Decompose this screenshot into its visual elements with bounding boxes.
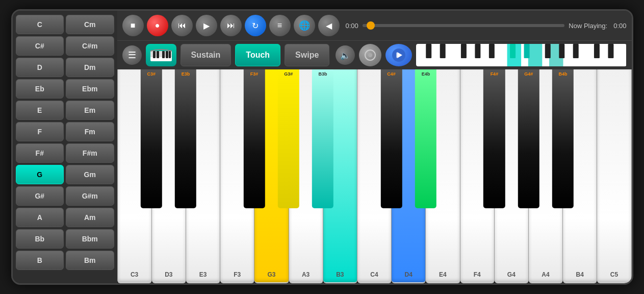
chord-row-Bb: BbBbm bbox=[16, 229, 114, 249]
controls-row: ■ ● ⏮ ▶ ⏭ ↻ ≡ 🌐 ◀ 0:00 Now Playing: 0:00 bbox=[117, 11, 632, 40]
chord-btn-D[interactable]: D bbox=[16, 58, 64, 77]
svg-rect-16 bbox=[426, 44, 432, 58]
key-Bb3[interactable]: B3b bbox=[312, 69, 333, 208]
svg-rect-14 bbox=[528, 44, 542, 66]
chord-row-G: GGm bbox=[16, 165, 114, 184]
chord-btn-Cm[interactable]: Cm bbox=[66, 15, 114, 34]
svg-rect-5 bbox=[166, 51, 168, 58]
playlist-button[interactable]: ≡ bbox=[269, 15, 291, 36]
svg-rect-18 bbox=[461, 44, 467, 58]
chord-btn-Fs[interactable]: F# bbox=[16, 143, 64, 163]
svg-rect-22 bbox=[524, 44, 530, 58]
chord-row-Eb: EbEbm bbox=[16, 79, 114, 99]
key-Eb3[interactable]: E3b bbox=[175, 69, 196, 208]
svg-rect-24 bbox=[559, 44, 565, 58]
svg-rect-21 bbox=[510, 44, 516, 58]
svg-rect-6 bbox=[169, 51, 171, 58]
key-Fs4[interactable]: F4# bbox=[483, 69, 505, 208]
chord-panel: CCmC#C#mDDmEbEbmEEmFFmF#F#mGGmG#G#mAAmBb… bbox=[13, 11, 117, 283]
chord-row-Cs: C#C#m bbox=[16, 36, 114, 56]
stop-button[interactable]: ■ bbox=[122, 15, 144, 36]
key-Cs4[interactable]: C4# bbox=[380, 69, 402, 208]
key-Bb4[interactable]: B4b bbox=[552, 69, 574, 208]
chord-btn-Gs[interactable]: G# bbox=[16, 186, 64, 206]
chord-btn-Gm[interactable]: Gm bbox=[66, 165, 114, 184]
play-button[interactable]: ▶ bbox=[196, 15, 217, 36]
menu-button[interactable]: ☰ bbox=[122, 45, 142, 65]
svg-rect-26 bbox=[594, 44, 600, 58]
chord-btn-Bm[interactable]: Bm bbox=[66, 251, 114, 270]
chord-btn-B[interactable]: B bbox=[16, 251, 64, 270]
svg-rect-20 bbox=[489, 44, 495, 58]
start-time: 0:00 bbox=[346, 22, 358, 30]
svg-point-8 bbox=[368, 53, 372, 57]
key-Gs4[interactable]: G4# bbox=[518, 69, 539, 208]
rewind-button[interactable]: ⏮ bbox=[171, 15, 193, 36]
chord-row-F: FFm bbox=[16, 122, 114, 141]
chord-btn-Em[interactable]: Em bbox=[66, 101, 114, 120]
chord-btn-E[interactable]: E bbox=[16, 101, 64, 120]
now-playing-label: Now Playing: bbox=[569, 22, 607, 30]
chord-btn-Cs[interactable]: C# bbox=[16, 36, 64, 56]
volume-button[interactable]: 🔈 bbox=[336, 45, 355, 65]
chord-btn-A[interactable]: A bbox=[16, 208, 64, 227]
chord-row-E: EEm bbox=[16, 101, 114, 120]
chord-row-B: BBm bbox=[16, 251, 114, 270]
progress-thumb bbox=[367, 21, 375, 30]
back-button[interactable]: ◀ bbox=[318, 15, 340, 36]
chord-btn-Am[interactable]: Am bbox=[66, 208, 114, 227]
sustain-tab[interactable]: Sustain bbox=[181, 44, 231, 66]
mode-row: ☰ Sustain Touch bbox=[117, 40, 632, 69]
swipe-tab[interactable]: Swipe bbox=[285, 44, 329, 66]
key-Gs3[interactable]: G3# bbox=[278, 69, 299, 208]
key-Cs3[interactable]: C3# bbox=[141, 69, 162, 208]
chord-row-A: AAm bbox=[16, 208, 114, 227]
chord-row-C: CCm bbox=[16, 15, 114, 34]
playback-area: 0:00 Now Playing: 0:00 bbox=[346, 22, 627, 30]
forward-button[interactable]: ⏭ bbox=[220, 15, 242, 36]
chord-row-Gs: G#G#m bbox=[16, 186, 114, 206]
chord-btn-Eb[interactable]: Eb bbox=[16, 79, 64, 99]
svg-rect-27 bbox=[608, 44, 614, 58]
app-container: CCmC#C#mDDmEbEbmEEmFFmF#F#mGGmG#G#mAAmBb… bbox=[11, 9, 633, 285]
key-Fs3[interactable]: F3# bbox=[243, 69, 265, 208]
settings-button[interactable] bbox=[359, 44, 381, 66]
main-panel: ■ ● ⏮ ▶ ⏭ ↻ ≡ 🌐 ◀ 0:00 Now Playing: 0:00… bbox=[117, 11, 632, 283]
chord-row-D: DDm bbox=[16, 58, 114, 77]
chord-btn-F[interactable]: F bbox=[16, 122, 64, 141]
chord-btn-Bb[interactable]: Bb bbox=[16, 229, 64, 249]
svg-rect-2 bbox=[153, 51, 156, 58]
chord-btn-Fsm[interactable]: F#m bbox=[66, 143, 114, 163]
chord-btn-Csm[interactable]: C#m bbox=[66, 36, 114, 56]
chord-btn-Dm[interactable]: Dm bbox=[66, 58, 114, 77]
svg-rect-19 bbox=[475, 44, 481, 58]
key-C5[interactable]: C5 bbox=[597, 69, 631, 283]
loop-button[interactable]: ↻ bbox=[245, 15, 266, 36]
touch-tab[interactable]: Touch bbox=[235, 44, 280, 66]
svg-rect-4 bbox=[162, 51, 165, 58]
key-Eb4[interactable]: E4b bbox=[415, 69, 436, 208]
record-button[interactable]: ● bbox=[147, 15, 168, 36]
piano-wrapper: C3 D3 E3 F3 G3 A3 B3 C4 D4 E4 F4 G4 A4 B… bbox=[117, 69, 632, 283]
chord-row-Fs: F#F#m bbox=[16, 143, 114, 163]
svg-rect-3 bbox=[157, 51, 159, 58]
piano-icon-button[interactable] bbox=[146, 44, 176, 66]
svg-rect-17 bbox=[440, 44, 446, 58]
mini-keyboard bbox=[416, 44, 626, 66]
keyboard-area: C3 D3 E3 F3 G3 A3 B3 C4 D4 E4 F4 G4 A4 B… bbox=[117, 69, 632, 283]
svg-rect-25 bbox=[573, 44, 579, 58]
chord-btn-G[interactable]: G bbox=[16, 165, 64, 184]
chord-btn-C[interactable]: C bbox=[16, 15, 64, 34]
chord-btn-Fm[interactable]: Fm bbox=[66, 122, 114, 141]
globe-button[interactable]: 🌐 bbox=[294, 15, 315, 36]
chord-btn-Ebm[interactable]: Ebm bbox=[66, 79, 114, 99]
speed-button[interactable] bbox=[385, 44, 412, 66]
svg-rect-23 bbox=[545, 44, 551, 58]
chord-btn-Bbm[interactable]: Bbm bbox=[66, 229, 114, 249]
progress-track[interactable] bbox=[363, 24, 565, 27]
chord-btn-Gsm[interactable]: G#m bbox=[66, 186, 114, 206]
end-time: 0:00 bbox=[613, 22, 626, 30]
